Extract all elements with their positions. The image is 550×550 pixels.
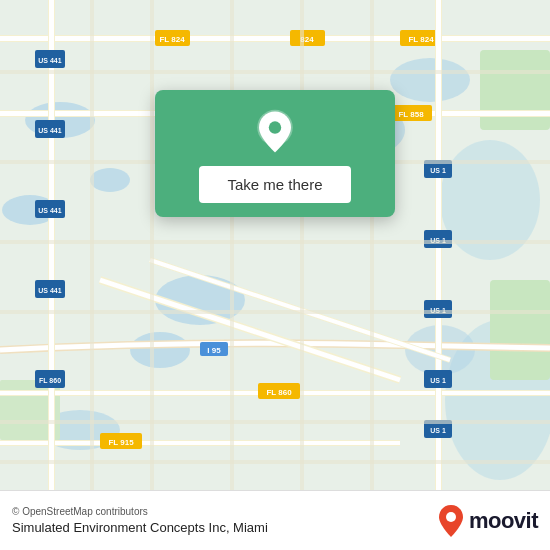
svg-rect-12 [480, 50, 550, 130]
location-name: Simulated Environment Concepts Inc, Miam… [12, 520, 437, 535]
osm-credit: © OpenStreetMap contributors [12, 506, 437, 517]
svg-rect-36 [0, 441, 400, 445]
svg-text:FL 824: FL 824 [159, 35, 185, 44]
moovit-logo: moovit [437, 503, 538, 539]
map-container: FL 824 824 FL 824 FL 858 FL 858 I 95 FL … [0, 0, 550, 490]
moovit-pin-icon [437, 503, 465, 539]
svg-text:FL 858: FL 858 [398, 110, 424, 119]
svg-text:US 1: US 1 [430, 377, 446, 384]
svg-rect-16 [0, 36, 550, 41]
svg-text:US 441: US 441 [38, 287, 61, 294]
svg-text:US 1: US 1 [430, 427, 446, 434]
svg-text:US 441: US 441 [38, 57, 61, 64]
svg-text:FL 860: FL 860 [266, 388, 292, 397]
svg-point-80 [269, 121, 281, 133]
svg-text:FL 860: FL 860 [39, 377, 61, 384]
svg-rect-75 [0, 310, 550, 314]
bottom-info: © OpenStreetMap contributors Simulated E… [12, 506, 437, 535]
take-me-there-button[interactable]: Take me there [199, 166, 350, 203]
svg-text:FL 915: FL 915 [108, 438, 134, 447]
bottom-bar: © OpenStreetMap contributors Simulated E… [0, 490, 550, 550]
location-pin-icon [251, 108, 299, 156]
svg-point-5 [130, 332, 190, 368]
svg-text:I 95: I 95 [207, 346, 221, 355]
svg-text:US 441: US 441 [38, 127, 61, 134]
svg-rect-76 [0, 420, 550, 424]
svg-point-2 [90, 168, 130, 192]
svg-text:US 441: US 441 [38, 207, 61, 214]
svg-text:FL 824: FL 824 [408, 35, 434, 44]
svg-rect-13 [490, 280, 550, 380]
svg-rect-72 [0, 70, 550, 74]
svg-point-7 [390, 58, 470, 102]
svg-point-81 [446, 512, 456, 522]
svg-text:US 1: US 1 [430, 167, 446, 174]
map-svg: FL 824 824 FL 824 FL 858 FL 858 I 95 FL … [0, 0, 550, 490]
svg-rect-77 [0, 460, 550, 464]
moovit-text: moovit [469, 508, 538, 534]
svg-rect-74 [0, 240, 550, 244]
popup-card: Take me there [155, 90, 395, 217]
